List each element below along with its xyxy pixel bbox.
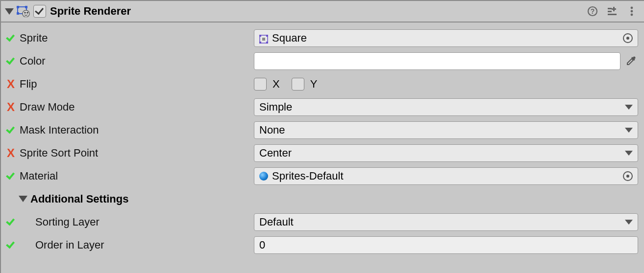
chevron-down-icon — [625, 105, 633, 110]
status-icon: X — [5, 78, 17, 90]
component-enable-checkbox[interactable] — [33, 5, 46, 18]
row-order-in-layer: Order in Layer 0 — [5, 233, 638, 256]
label-draw-mode: Draw Mode — [20, 101, 74, 114]
status-icon — [5, 243, 17, 248]
status-icon — [5, 220, 17, 225]
svg-point-15 — [631, 7, 633, 9]
sprite-sort-point-value: Center — [259, 147, 292, 159]
svg-rect-13 — [612, 8, 616, 10]
svg-rect-10 — [608, 8, 612, 9]
chevron-down-icon — [625, 220, 633, 225]
flip-y-label: Y — [310, 78, 318, 91]
svg-rect-11 — [608, 11, 612, 12]
foldout-arrow-icon[interactable] — [5, 8, 14, 15]
help-icon[interactable]: ? — [584, 3, 601, 20]
object-picker-icon[interactable] — [623, 33, 633, 43]
color-field[interactable] — [254, 52, 620, 70]
svg-point-24 — [633, 56, 636, 59]
sorting-layer-dropdown[interactable]: Default — [254, 213, 638, 231]
row-draw-mode: X Draw Mode Simple — [5, 95, 638, 118]
sprite-object-field[interactable]: Square — [254, 29, 638, 47]
row-flip: X Flip X Y — [5, 72, 638, 95]
row-sprite: Sprite Square — [5, 26, 638, 49]
label-additional-settings: Additional Settings — [30, 193, 128, 205]
mask-interaction-dropdown[interactable]: None — [254, 121, 638, 139]
sprite-value: Square — [272, 32, 307, 45]
sprite-asset-icon — [259, 34, 268, 43]
label-sprite-sort-point: Sprite Sort Point — [20, 147, 98, 159]
flip-x-label: X — [272, 78, 280, 91]
svg-point-6 — [24, 12, 26, 14]
status-icon — [5, 174, 17, 179]
svg-rect-22 — [266, 42, 268, 44]
mask-interaction-value: None — [259, 124, 285, 136]
label-order-in-layer: Order in Layer — [20, 239, 104, 251]
svg-rect-19 — [259, 35, 261, 37]
flip-y-checkbox[interactable] — [292, 78, 304, 91]
status-icon: X — [5, 101, 17, 113]
svg-point-7 — [26, 12, 28, 14]
svg-rect-14 — [608, 14, 617, 15]
svg-rect-21 — [259, 42, 261, 44]
label-flip: Flip — [20, 78, 37, 91]
sprite-sort-point-dropdown[interactable]: Center — [254, 144, 638, 162]
label-color: Color — [20, 55, 46, 68]
status-icon — [5, 36, 17, 41]
svg-point-17 — [631, 14, 633, 16]
flip-x-checkbox[interactable] — [254, 78, 267, 91]
svg-rect-23 — [262, 38, 265, 41]
svg-text:?: ? — [591, 7, 595, 15]
svg-point-5 — [23, 10, 29, 17]
chevron-down-icon — [625, 151, 633, 156]
status-icon: X — [5, 147, 17, 159]
row-mask-interaction: Mask Interaction None — [5, 118, 638, 141]
material-value: Sprites-Default — [272, 170, 344, 182]
svg-rect-3 — [17, 12, 19, 15]
draw-mode-value: Simple — [259, 101, 292, 114]
row-sorting-layer: Sorting Layer Default — [5, 210, 638, 233]
svg-rect-1 — [17, 6, 19, 8]
component-header: Sprite Renderer ? — [1, 0, 644, 23]
svg-point-16 — [631, 10, 633, 13]
label-material: Material — [20, 170, 58, 182]
label-mask-interaction: Mask Interaction — [20, 124, 99, 136]
draw-mode-dropdown[interactable]: Simple — [254, 98, 638, 116]
sprite-renderer-icon — [17, 5, 30, 17]
row-color: Color — [5, 49, 638, 72]
status-icon — [5, 128, 17, 133]
material-object-field[interactable]: Sprites-Default — [254, 167, 638, 185]
material-asset-icon — [259, 172, 268, 181]
svg-rect-2 — [25, 6, 27, 8]
foldout-arrow-icon[interactable] — [19, 196, 27, 202]
row-additional-settings[interactable]: Additional Settings — [5, 187, 638, 210]
label-sprite: Sprite — [20, 32, 48, 45]
object-picker-icon[interactable] — [623, 171, 633, 181]
label-sorting-layer: Sorting Layer — [20, 216, 99, 228]
eyedropper-icon[interactable] — [623, 54, 638, 68]
row-sprite-sort-point: X Sprite Sort Point Center — [5, 141, 638, 164]
order-in-layer-input[interactable]: 0 — [254, 236, 638, 254]
chevron-down-icon — [625, 128, 633, 133]
properties-panel: Sprite Square Color X Flip X — [1, 23, 644, 256]
component-title: Sprite Renderer — [50, 5, 131, 18]
status-icon — [5, 59, 17, 64]
context-menu-icon[interactable] — [623, 3, 640, 20]
order-in-layer-value: 0 — [259, 239, 265, 251]
svg-rect-20 — [266, 35, 268, 37]
preset-icon[interactable] — [604, 3, 620, 20]
sorting-layer-value: Default — [259, 216, 294, 228]
row-material: Material Sprites-Default — [5, 164, 638, 187]
